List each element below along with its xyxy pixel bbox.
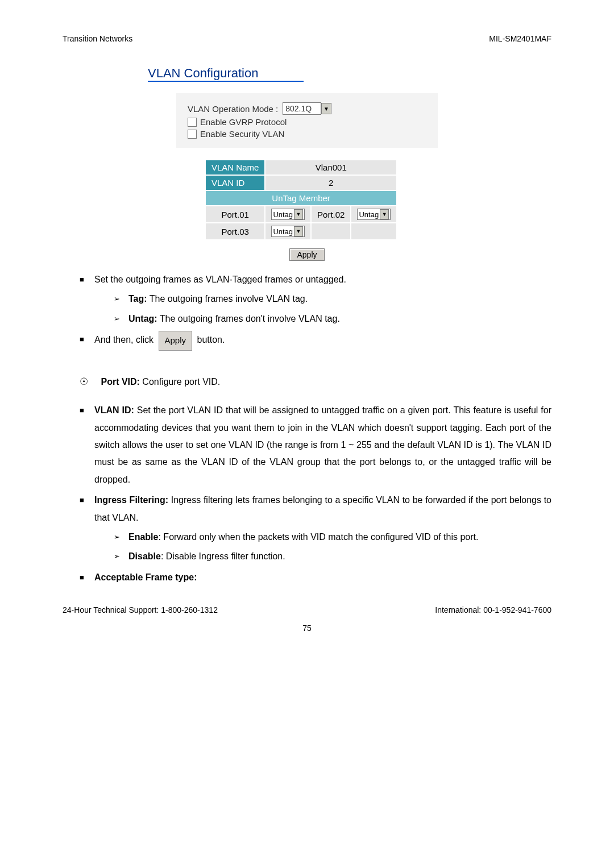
vlan-id-label: VLAN ID [205, 175, 265, 190]
bullet-outgoing-frames: Set the outgoing frames as VLAN-Tagged f… [80, 271, 551, 327]
port-vid-t: Configure port VID. [140, 377, 220, 387]
bullet-2-a: And then, click [94, 335, 156, 345]
disable-t: : Disable Ingress filter function. [161, 551, 285, 561]
vlan-id-value: 2 [265, 175, 397, 190]
sub-untag-b: Untag: [128, 314, 157, 323]
mode-value: 802.1Q [285, 104, 312, 113]
aft-b: Acceptable Frame type: [94, 572, 197, 582]
vlan-table: VLAN Name Vlan001 VLAN ID 2 UnTag Member… [205, 159, 397, 240]
port-03-label: Port.03 [205, 223, 265, 240]
gvrp-label: Enable GVRP Protocol [200, 117, 287, 127]
port-vid-line: Port VID: Configure port VID. [80, 373, 551, 391]
sub-disable: Disable: Disable Ingress filter function… [114, 548, 551, 565]
port-02-select[interactable]: Untag ▼ [357, 209, 391, 220]
enable-t: : Forward only when the packets with VID… [158, 532, 478, 542]
sub-untag: Untag: The outgoing frames don't involve… [114, 310, 551, 327]
vlan-id-t: Set the port VLAN ID that will be assign… [94, 405, 551, 484]
port-03-select-value: Untag [273, 227, 293, 236]
bullet-2-b: button. [197, 335, 225, 345]
sub-enable: Enable: Forward only when the packets wi… [114, 529, 551, 546]
enable-b: Enable [128, 532, 158, 542]
vlan-name-value: Vlan001 [265, 160, 397, 175]
untag-member-header: UnTag Member [205, 190, 397, 206]
config-box: VLAN Operation Mode : 802.1Q ▼ Enable GV… [176, 93, 438, 148]
bullet-acceptable-frame-type: Acceptable Frame type: [80, 569, 551, 586]
chevron-down-icon[interactable]: ▼ [380, 209, 389, 219]
footer-right: International: 00-1-952-941-7600 [435, 605, 551, 614]
port-01-select[interactable]: Untag ▼ [271, 209, 305, 220]
apply-inline-button[interactable]: Apply [159, 331, 193, 351]
sub-tag-b: Tag: [128, 294, 147, 304]
ingress-b: Ingress Filtering: [94, 495, 168, 505]
sub-tag: Tag: The outgoing frames involve VLAN ta… [114, 290, 551, 308]
security-vlan-label: Enable Security VLAN [200, 129, 284, 139]
vlan-name-label: VLAN Name [205, 160, 265, 175]
apply-button[interactable]: Apply [289, 248, 324, 261]
footer-left: 24-Hour Technical Support: 1-800-260-131… [63, 605, 218, 614]
mode-label: VLAN Operation Mode : [188, 104, 278, 114]
sub-untag-t: The outgoing frames don't involve VLAN t… [157, 314, 340, 323]
port-01-label: Port.01 [205, 206, 265, 223]
header-right: MIL-SM2401MAF [489, 34, 551, 43]
vlan-id-b: VLAN ID: [94, 405, 134, 415]
bullet-then-click: And then, click Apply button. [80, 331, 551, 351]
port-vid-b: Port VID: [101, 377, 139, 387]
security-vlan-checkbox[interactable] [188, 130, 197, 139]
bullet-vlan-id: VLAN ID: Set the port VLAN ID that will … [80, 402, 551, 488]
port-03-select[interactable]: Untag ▼ [271, 226, 305, 237]
port-02-select-value: Untag [359, 210, 379, 219]
chevron-down-icon[interactable]: ▼ [294, 226, 303, 236]
header-left: Transition Networks [63, 34, 132, 43]
chevron-down-icon[interactable]: ▼ [294, 209, 303, 219]
bullet-1-text: Set the outgoing frames as VLAN-Tagged f… [94, 275, 346, 284]
port-01-select-value: Untag [273, 210, 293, 219]
mode-select[interactable]: 802.1Q [283, 102, 321, 115]
gvrp-checkbox[interactable] [188, 118, 197, 127]
sub-tag-t: The outgoing frames involve VLAN tag. [147, 294, 308, 304]
section-title: VLAN Configuration [148, 66, 304, 82]
bullet-ingress: Ingress Filtering: Ingress filtering let… [80, 492, 551, 566]
port-02-label: Port.02 [311, 206, 351, 223]
chevron-down-icon[interactable]: ▼ [321, 103, 331, 114]
disable-b: Disable [128, 551, 161, 561]
page-number: 75 [63, 624, 551, 633]
